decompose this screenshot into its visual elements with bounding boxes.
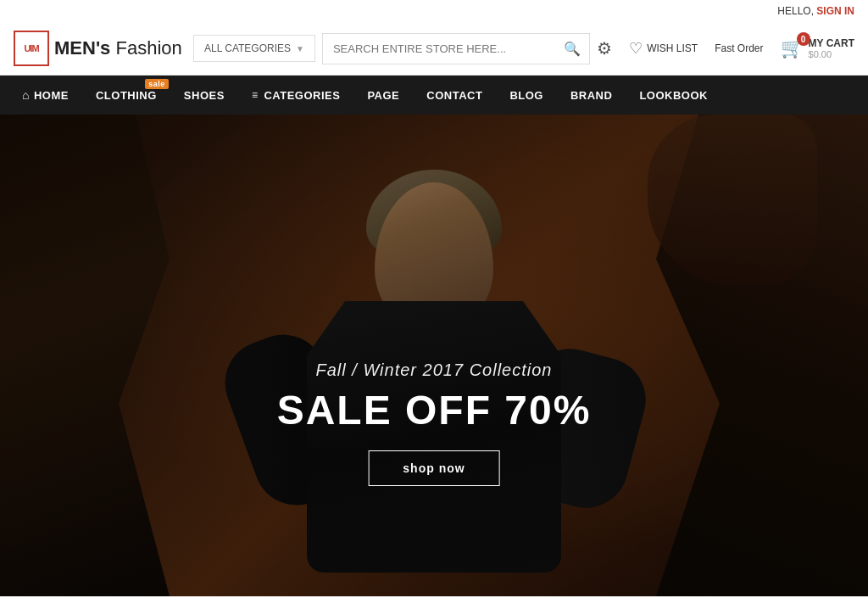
cart-text: MY CART $0.00 bbox=[809, 37, 854, 59]
nav-item-blog[interactable]: BLOG bbox=[496, 75, 557, 115]
nav-item-brand[interactable]: BRAND bbox=[557, 75, 626, 115]
sale-badge: sale bbox=[145, 79, 169, 89]
nav-item-categories[interactable]: ≡ CATEGORIES bbox=[238, 75, 354, 115]
search-box: 🔍 bbox=[322, 33, 590, 64]
logo-icon: UIM bbox=[14, 31, 49, 66]
hello-text: HELLO, bbox=[777, 5, 814, 17]
category-dropdown[interactable]: ALL CATEGORIES ▼ bbox=[193, 35, 315, 62]
category-dropdown-label: ALL CATEGORIES bbox=[204, 42, 291, 54]
top-bar: HELLO, SIGN IN bbox=[0, 0, 868, 22]
nav-label-blog: BLOG bbox=[509, 89, 543, 102]
wishlist-label: WISH LIST bbox=[647, 42, 698, 54]
chevron-down-icon: ▼ bbox=[296, 44, 304, 53]
cart-icon-wrap: 🛒 0 bbox=[781, 37, 804, 59]
fast-order-label[interactable]: Fast Order bbox=[715, 42, 763, 54]
nav-item-clothing[interactable]: CLOTHING sale bbox=[82, 75, 170, 115]
nav-label-lookbook: LOOKBOOK bbox=[639, 89, 708, 102]
menu-icon: ≡ bbox=[252, 89, 259, 101]
shop-now-button[interactable]: shop now bbox=[368, 450, 499, 486]
wishlist-button[interactable]: ♡ WISH LIST bbox=[629, 39, 698, 58]
nav-label-categories: CATEGORIES bbox=[264, 89, 340, 102]
logo-bold: MEN's bbox=[54, 37, 110, 59]
header: UIM MEN's Fashion ALL CATEGORIES ▼ 🔍 ⚙ ♡… bbox=[0, 22, 868, 75]
nav-item-home[interactable]: ⌂ HOME bbox=[8, 75, 82, 115]
logo[interactable]: UIM MEN's Fashion bbox=[14, 31, 183, 66]
logo-icon-text: UIM bbox=[24, 44, 38, 53]
nav-label-home: HOME bbox=[34, 89, 69, 102]
signin-link[interactable]: SIGN IN bbox=[816, 5, 854, 17]
heart-icon: ♡ bbox=[629, 39, 643, 58]
search-area: ALL CATEGORIES ▼ 🔍 ⚙ bbox=[193, 33, 612, 64]
nav-label-contact: CONTACT bbox=[426, 89, 482, 102]
cart-badge: 0 bbox=[797, 32, 810, 46]
search-button[interactable]: 🔍 bbox=[555, 34, 589, 64]
search-input[interactable] bbox=[323, 36, 555, 62]
main-nav: ⌂ HOME CLOTHING sale SHOES ≡ CATEGORIES … bbox=[0, 75, 868, 115]
nav-item-page[interactable]: PAGE bbox=[353, 75, 413, 115]
hero-overlay bbox=[0, 115, 868, 596]
nav-label-page: PAGE bbox=[367, 89, 399, 102]
settings-icon[interactable]: ⚙ bbox=[597, 38, 612, 59]
cart-price: $0.00 bbox=[809, 49, 854, 59]
nav-item-contact[interactable]: CONTACT bbox=[413, 75, 496, 115]
nav-item-shoes[interactable]: SHOES bbox=[170, 75, 238, 115]
cart-wrapper[interactable]: 🛒 0 MY CART $0.00 bbox=[781, 37, 854, 59]
nav-label-clothing: CLOTHING bbox=[96, 89, 157, 102]
hero-content: Fall / Winter 2017 Collection SALE OFF 7… bbox=[277, 360, 592, 486]
nav-item-lookbook[interactable]: LOOKBOOK bbox=[626, 75, 721, 115]
nav-label-shoes: SHOES bbox=[184, 89, 225, 102]
hero-title: SALE OFF 70% bbox=[277, 387, 592, 433]
cart-label: MY CART bbox=[809, 37, 854, 49]
logo-text: MEN's Fashion bbox=[54, 37, 182, 59]
hero-subtitle: Fall / Winter 2017 Collection bbox=[277, 360, 592, 380]
header-icons: ♡ WISH LIST Fast Order 🛒 0 MY CART $0.00 bbox=[629, 37, 854, 59]
hero-section: Fall / Winter 2017 Collection SALE OFF 7… bbox=[0, 115, 868, 596]
nav-label-brand: BRAND bbox=[570, 89, 612, 102]
logo-regular: Fashion bbox=[110, 37, 181, 59]
home-icon: ⌂ bbox=[22, 88, 30, 102]
